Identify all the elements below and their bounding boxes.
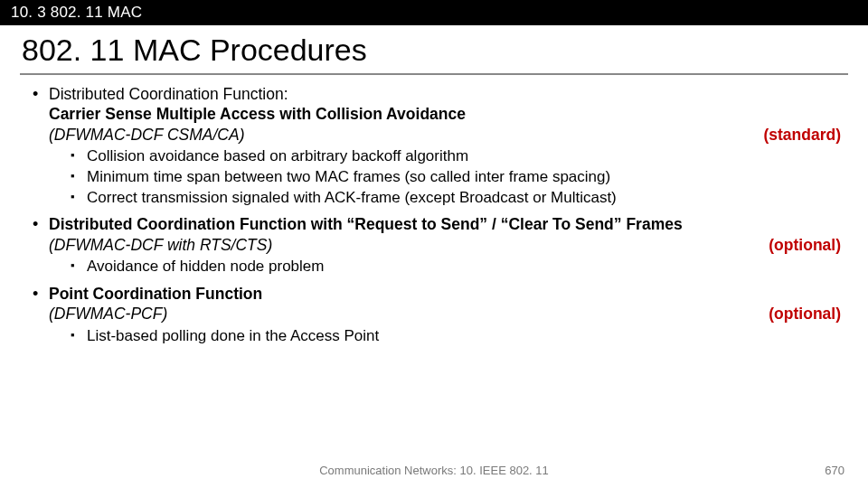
page-number: 670 [825,464,844,477]
list-item: Correct transmission signaled with ACK-f… [71,188,841,208]
section-header-text: 10. 3 802. 11 MAC [11,4,142,21]
slide: 10. 3 802. 11 MAC 802. 11 MAC Procedures… [0,0,868,488]
item-line-bold: Carrier Sense Multiple Access with Colli… [49,104,841,124]
item-header-bold: Distributed Coordination Function with “… [49,214,841,234]
bullet-list-level2: Collision avoidance based on arbitrary b… [49,146,841,207]
sub-text: List-based polling done in the Access Po… [87,327,379,344]
slide-footer: Communication Networks: 10. IEEE 802. 11… [0,464,868,477]
item-paren-row: (optional) (DFWMAC-PCF) [49,304,841,324]
list-item: Distributed Coordination Function with “… [31,214,841,277]
sub-text: Correct transmission signaled with ACK-f… [87,189,617,206]
item-paren: (DFWMAC-PCF) [49,305,167,323]
bullet-list-level2: Avoidance of hidden node problem [49,257,841,277]
item-header-bold: Point Coordination Function [49,284,841,304]
list-item: Collision avoidance based on arbitrary b… [71,146,841,166]
list-item: Point Coordination Function (optional) (… [31,284,841,346]
item-paren: (DFWMAC-DCF CSMA/CA) [49,126,244,144]
list-item: Minimum time span between two MAC frames… [71,167,841,187]
sub-text: Collision avoidance based on arbitrary b… [87,147,468,164]
item-tag: (standard) [763,125,841,145]
item-header-plain: Distributed Coordination Function: [49,84,841,104]
sub-text: Avoidance of hidden node problem [87,258,324,275]
slide-title: 802. 11 MAC Procedures [0,25,868,71]
section-header-bar: 10. 3 802. 11 MAC [0,0,868,25]
bullet-list-level2: List-based polling done in the Access Po… [49,326,841,346]
item-paren: (DFWMAC-DCF with RTS/CTS) [49,236,272,254]
item-tag: (optional) [769,235,841,255]
footer-center-text: Communication Networks: 10. IEEE 802. 11 [0,464,868,477]
item-tag: (optional) [769,304,841,324]
list-item: Distributed Coordination Function: Carri… [31,84,841,207]
list-item: Avoidance of hidden node problem [71,257,841,277]
sub-text: Minimum time span between two MAC frames… [87,168,610,185]
slide-content: Distributed Coordination Function: Carri… [0,84,868,345]
list-item: List-based polling done in the Access Po… [71,326,841,346]
item-paren-row: (standard) (DFWMAC-DCF CSMA/CA) [49,125,841,145]
title-divider [20,73,848,75]
item-paren-row: (optional) (DFWMAC-DCF with RTS/CTS) [49,235,841,255]
bullet-list-level1: Distributed Coordination Function: Carri… [31,84,841,345]
